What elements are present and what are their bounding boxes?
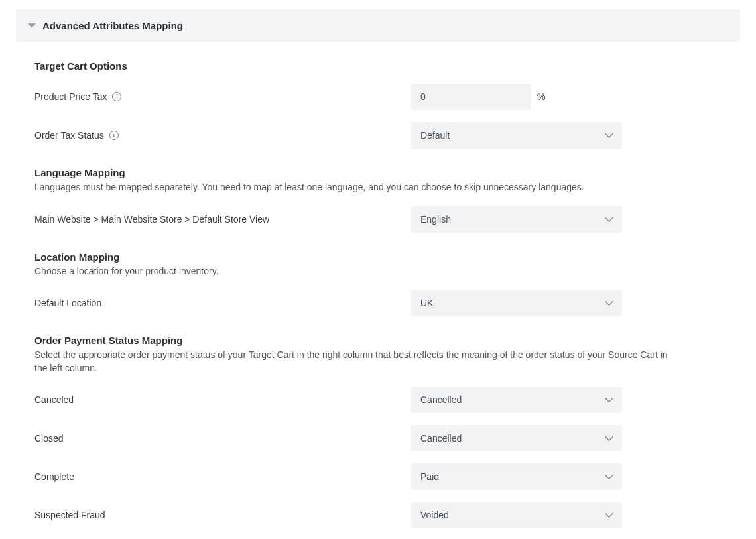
panel-title: Advanced Attributes Mapping xyxy=(42,20,183,31)
label-status-complete: Complete xyxy=(34,471,74,482)
info-icon[interactable]: i xyxy=(109,131,119,140)
select-status-canceled[interactable]: Cancelled xyxy=(411,387,622,413)
section-desc-location-mapping: Choose a location for your product inven… xyxy=(34,265,671,278)
input-product-price-tax[interactable] xyxy=(411,84,531,110)
chevron-down-icon xyxy=(28,23,36,28)
select-status-closed[interactable]: Cancelled xyxy=(411,425,622,451)
section-title-location-mapping: Location Mapping xyxy=(34,251,748,263)
select-status-complete[interactable]: Paid xyxy=(411,463,622,490)
select-status-suspected-fraud[interactable]: Voided xyxy=(411,502,622,528)
label-status-canceled: Canceled xyxy=(34,394,74,405)
select-language[interactable]: English xyxy=(411,206,622,233)
percent-suffix: % xyxy=(537,91,545,102)
section-desc-language-mapping: Languages must be mapped separately. You… xyxy=(34,181,671,194)
label-status-closed: Closed xyxy=(34,433,64,444)
select-order-tax-status[interactable]: Default xyxy=(411,122,622,149)
section-title-target-cart: Target Cart Options xyxy=(34,60,748,72)
label-store-view: Main Website > Main Website Store > Defa… xyxy=(34,214,269,225)
select-default-location[interactable]: UK xyxy=(411,290,622,316)
label-default-location: Default Location xyxy=(34,298,101,308)
label-order-tax-status: Order Tax Status xyxy=(34,130,104,141)
info-icon[interactable]: i xyxy=(112,92,121,101)
label-product-price-tax: Product Price Tax xyxy=(34,91,107,102)
section-title-payment-status: Order Payment Status Mapping xyxy=(34,335,748,346)
section-title-language-mapping: Language Mapping xyxy=(34,167,748,178)
label-status-suspected-fraud: Suspected Fraud xyxy=(34,510,105,520)
panel-header-advanced-attributes[interactable]: Advanced Attributes Mapping xyxy=(16,9,740,42)
section-desc-payment-status: Select the appropriate order payment sta… xyxy=(34,349,671,375)
